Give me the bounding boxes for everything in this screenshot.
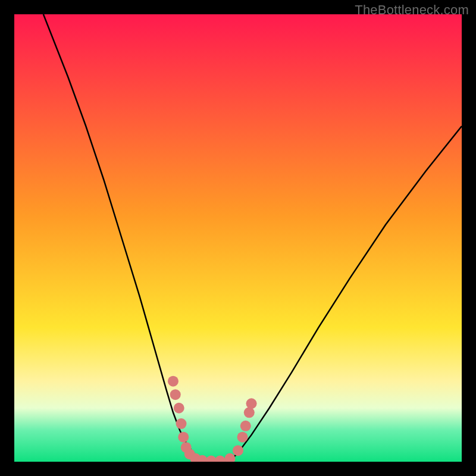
watermark-text: TheBottleneck.com	[355, 2, 469, 18]
data-marker	[170, 389, 181, 400]
data-marker	[237, 432, 248, 443]
chart-svg	[14, 14, 462, 462]
data-marker	[246, 398, 257, 409]
plot-area	[14, 14, 462, 462]
chart-background	[14, 14, 462, 462]
data-marker	[168, 376, 178, 387]
outer-frame: TheBottleneck.com	[0, 0, 476, 476]
data-marker	[174, 403, 184, 414]
data-marker	[233, 445, 243, 456]
data-marker	[176, 418, 187, 429]
data-marker	[244, 407, 255, 418]
data-marker	[240, 421, 251, 431]
data-marker	[178, 432, 189, 443]
